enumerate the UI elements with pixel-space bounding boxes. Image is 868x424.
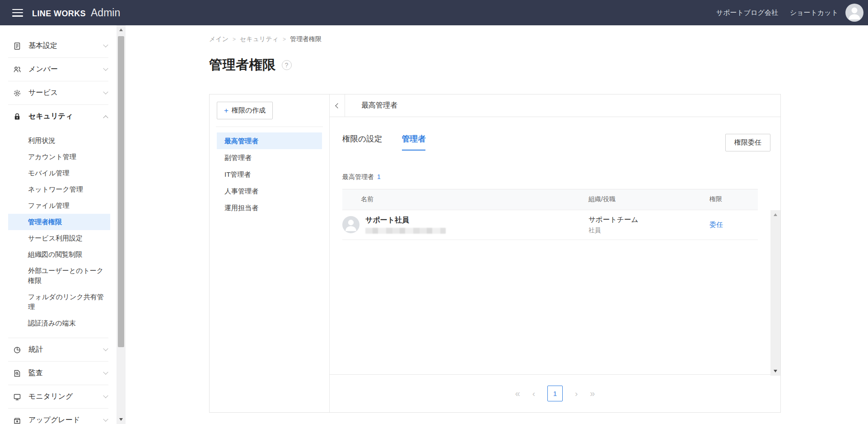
sidebar-subitem-mobile-management[interactable]: モバイル管理 bbox=[8, 165, 110, 181]
member-name: サポート社員 bbox=[365, 216, 446, 225]
back-button[interactable] bbox=[330, 94, 345, 117]
app-logo[interactable]: LINE WORKS Admin bbox=[32, 7, 120, 19]
breadcrumb-current: 管理者権限 bbox=[290, 35, 322, 43]
sidebar-scrollbar[interactable] bbox=[117, 25, 126, 424]
tab-permission-settings[interactable]: 権限の設定 bbox=[342, 133, 382, 151]
sidebar-item-label: モニタリング bbox=[28, 392, 73, 401]
create-permission-button[interactable]: + 権限の作成 bbox=[217, 102, 273, 119]
breadcrumb-separator: > bbox=[283, 36, 286, 42]
sidebar-item-monitoring[interactable]: モニタリング bbox=[0, 385, 117, 408]
table-header-row: 名前 組織/役職 権限 bbox=[342, 189, 758, 210]
table-row[interactable]: サポート社員 サポートチーム 社員 委任 bbox=[342, 210, 758, 240]
member-email-redacted bbox=[365, 228, 446, 234]
detail-tabs: 権限の設定 管理者 bbox=[342, 133, 780, 151]
breadcrumb: メイン > セキュリティ > 管理者権限 bbox=[126, 25, 868, 43]
member-org: サポートチーム bbox=[588, 215, 705, 225]
sidebar-item-security[interactable]: セキュリティ bbox=[0, 105, 117, 128]
sidebar-item-label: メンバー bbox=[28, 65, 58, 74]
sidebar-item-services[interactable]: サービス bbox=[0, 81, 117, 104]
user-avatar[interactable] bbox=[845, 4, 863, 22]
chevron-left-icon bbox=[335, 103, 340, 108]
scrollbar-up-icon[interactable] bbox=[770, 211, 780, 218]
company-name-link[interactable]: サポートブログ会社 bbox=[716, 9, 778, 17]
person-icon bbox=[342, 216, 359, 233]
breadcrumb-security[interactable]: セキュリティ bbox=[240, 35, 279, 43]
member-count-label: 最高管理者 bbox=[342, 173, 374, 180]
role-detail-column: 最高管理者 権限の設定 管理者 権限委任 最高管理者1 名前 組織/役職 権限 bbox=[330, 94, 780, 412]
sidebar-subitem-external-user-talk-permission[interactable]: 外部ユーザーとのトーク権限 bbox=[8, 263, 110, 289]
chevron-down-icon bbox=[103, 66, 108, 71]
sidebar-subitem-network-management[interactable]: ネットワーク管理 bbox=[8, 181, 110, 198]
sidebar-item-label: 基本設定 bbox=[28, 41, 57, 51]
column-header-name: 名前 bbox=[342, 195, 583, 203]
chevron-down-icon bbox=[103, 369, 108, 374]
chevron-down-icon bbox=[103, 416, 108, 421]
sidebar-item-label: 統計 bbox=[28, 345, 43, 354]
sidebar-item-upgrade[interactable]: アップグレード bbox=[0, 409, 117, 424]
delegate-permission-button[interactable]: 権限委任 bbox=[725, 134, 770, 151]
sidebar-subitem-file-management[interactable]: ファイル管理 bbox=[8, 198, 110, 214]
monitoring-icon bbox=[13, 392, 22, 401]
member-count-row: 最高管理者1 bbox=[342, 173, 780, 181]
logo-product: Admin bbox=[91, 7, 120, 19]
document-icon bbox=[13, 42, 22, 51]
column-header-permission: 権限 bbox=[705, 195, 758, 203]
chevron-up-icon bbox=[103, 115, 108, 120]
sidebar-item-members[interactable]: メンバー bbox=[0, 58, 117, 81]
role-item-hr-admin[interactable]: 人事管理者 bbox=[217, 183, 322, 199]
sidebar-item-label: セキュリティ bbox=[28, 112, 73, 121]
sidebar-subitem-service-usage-settings[interactable]: サービス利用設定 bbox=[8, 230, 110, 246]
role-item-super-admin[interactable]: 最高管理者 bbox=[217, 132, 322, 149]
pagination-current-page[interactable]: 1 bbox=[547, 386, 563, 401]
sidebar-item-basic-settings[interactable]: 基本設定 bbox=[0, 34, 117, 57]
sidebar-subitem-account-management[interactable]: アカウント管理 bbox=[8, 149, 110, 165]
detail-title: 最高管理者 bbox=[361, 101, 397, 110]
member-org-role: 社員 bbox=[588, 226, 705, 235]
pagination-prev-button[interactable]: ‹ bbox=[532, 389, 535, 398]
scrollbar-up-icon[interactable] bbox=[117, 26, 126, 33]
chevron-down-icon bbox=[103, 89, 108, 94]
upgrade-icon bbox=[13, 416, 22, 424]
security-lock-icon bbox=[13, 112, 22, 121]
scrollbar-down-icon[interactable] bbox=[770, 367, 780, 375]
sidebar-subitem-folder-link-share-management[interactable]: フォルダのリンク共有管理 bbox=[8, 289, 110, 315]
scrollbar-thumb[interactable] bbox=[118, 36, 124, 347]
breadcrumb-separator: > bbox=[233, 36, 236, 42]
role-item-operation-staff[interactable]: 運用担当者 bbox=[217, 199, 322, 216]
sidebar-item-label: 監査 bbox=[28, 368, 43, 378]
shortcut-link[interactable]: ショートカット bbox=[790, 9, 838, 17]
stats-pie-icon bbox=[13, 345, 22, 354]
scrollbar-down-icon[interactable] bbox=[117, 416, 126, 423]
admin-permissions-panel: + 権限の作成 最高管理者 副管理者 IT管理者 人事管理者 運用担当者 最高管… bbox=[209, 94, 781, 413]
table-rows: サポート社員 サポートチーム 社員 委任 bbox=[342, 210, 758, 240]
roles-column: + 権限の作成 最高管理者 副管理者 IT管理者 人事管理者 運用担当者 bbox=[210, 94, 330, 412]
chevron-down-icon bbox=[103, 346, 108, 351]
sidebar-subitem-usage-status[interactable]: 利用状況 bbox=[8, 132, 110, 149]
person-icon bbox=[845, 4, 863, 22]
delegate-link[interactable]: 委任 bbox=[709, 221, 723, 228]
sidebar-subitem-verified-devices[interactable]: 認証済みの端末 bbox=[8, 315, 110, 331]
member-avatar bbox=[342, 216, 359, 233]
sidebar-nav: 基本設定 メンバー サービス bbox=[0, 25, 117, 424]
pagination-next-button[interactable]: › bbox=[575, 389, 578, 398]
role-item-sub-admin[interactable]: 副管理者 bbox=[217, 149, 322, 166]
sidebar-item-label: アップグレード bbox=[28, 415, 80, 424]
pagination-last-button[interactable]: » bbox=[590, 389, 595, 398]
breadcrumb-main[interactable]: メイン bbox=[209, 35, 229, 43]
detail-header: 最高管理者 bbox=[330, 94, 780, 117]
help-icon[interactable]: ? bbox=[282, 60, 292, 70]
table-scrollbar[interactable] bbox=[770, 210, 780, 376]
audit-search-icon bbox=[13, 369, 22, 378]
pagination: « ‹ 1 › » bbox=[330, 374, 780, 412]
divider bbox=[216, 127, 323, 127]
sidebar-item-audit[interactable]: 監査 bbox=[0, 362, 117, 385]
role-item-it-admin[interactable]: IT管理者 bbox=[217, 166, 322, 183]
hamburger-menu-icon[interactable] bbox=[12, 9, 23, 17]
sidebar-item-statistics[interactable]: 統計 bbox=[0, 338, 117, 361]
tab-administrators[interactable]: 管理者 bbox=[402, 133, 426, 151]
chevron-down-icon bbox=[103, 393, 108, 398]
sidebar-subitem-orgchart-view-restriction[interactable]: 組織図の閲覧制限 bbox=[8, 246, 110, 263]
pagination-first-button[interactable]: « bbox=[515, 389, 520, 398]
admin-console-screen: LINE WORKS Admin サポートブログ会社 ショートカット 基本設定 bbox=[0, 0, 868, 424]
sidebar-subitem-admin-permissions[interactable]: 管理者権限 bbox=[8, 214, 110, 230]
